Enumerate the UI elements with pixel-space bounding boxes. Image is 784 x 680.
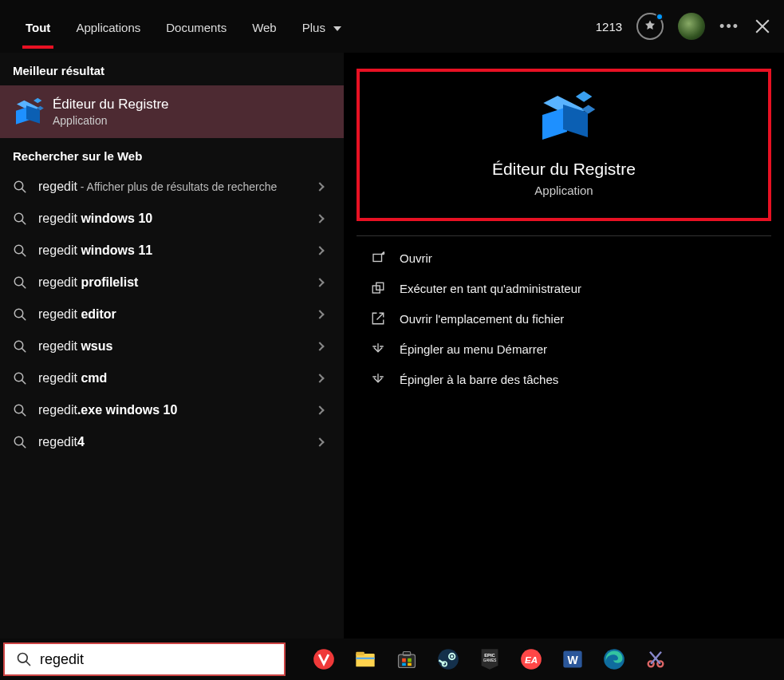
preview-action-item[interactable]: Épingler au menu Démarrer xyxy=(357,334,771,364)
regedit-icon xyxy=(13,97,41,126)
tab-more[interactable]: Plus xyxy=(290,5,354,49)
best-result-header: Meilleur résultat xyxy=(0,53,344,85)
close-button[interactable] xyxy=(754,18,771,35)
svg-line-17 xyxy=(22,444,26,448)
search-icon xyxy=(13,403,27,417)
taskbar-word-icon[interactable]: W xyxy=(560,646,585,672)
web-result-item[interactable]: regedit profilelist xyxy=(0,267,344,298)
web-result-item[interactable]: regedit - Afficher plus de résultats de … xyxy=(0,171,344,203)
preview-card-highlighted: Éditeur du Registre Application xyxy=(357,69,771,221)
action-list: OuvrirExécuter en tant qu'administrateur… xyxy=(357,243,771,394)
action-icon xyxy=(371,281,385,295)
svg-line-11 xyxy=(22,348,26,352)
divider xyxy=(357,235,771,236)
action-label: Exécuter en tant qu'administrateur xyxy=(400,282,581,295)
svg-line-1 xyxy=(22,188,26,192)
tab-web[interactable]: Web xyxy=(239,5,290,49)
chevron-right-icon xyxy=(315,437,324,446)
taskbar-msstore-icon[interactable] xyxy=(394,646,420,672)
svg-rect-31 xyxy=(402,663,406,666)
web-result-item[interactable]: regedit.exe windows 10 xyxy=(0,394,344,426)
taskbar-explorer-icon[interactable] xyxy=(353,646,378,672)
notification-dot-icon xyxy=(656,13,664,21)
web-results-header: Rechercher sur le Web xyxy=(0,138,344,171)
search-icon xyxy=(13,180,27,194)
search-icon xyxy=(13,339,27,354)
web-result-item[interactable]: regedit cmd xyxy=(0,362,344,394)
taskbar-snip-icon[interactable] xyxy=(643,646,668,672)
action-label: Ouvrir l'emplacement du fichier xyxy=(400,312,564,326)
preview-subtitle: Application xyxy=(368,184,760,197)
chevron-right-icon xyxy=(315,405,324,414)
svg-line-13 xyxy=(22,380,26,384)
tab-documents[interactable]: Documents xyxy=(153,5,239,49)
chevron-right-icon xyxy=(315,310,324,318)
search-icon xyxy=(13,243,27,258)
taskbar-edge-icon[interactable] xyxy=(601,646,627,672)
top-bar: Tout Applications Documents Web Plus 121… xyxy=(0,0,784,53)
rewards-medal-icon[interactable] xyxy=(636,13,664,40)
search-icon xyxy=(13,371,27,385)
action-icon xyxy=(371,342,385,356)
svg-line-5 xyxy=(22,252,26,256)
preview-action-item[interactable]: Ouvrir xyxy=(357,243,771,273)
svg-rect-24 xyxy=(356,654,374,666)
chevron-right-icon xyxy=(315,246,324,255)
search-icon xyxy=(13,307,27,322)
best-result-item[interactable]: Éditeur du Registre Application xyxy=(0,85,344,138)
svg-text:EA: EA xyxy=(525,654,538,665)
web-result-item[interactable]: regedit windows 11 xyxy=(0,235,344,267)
action-label: Épingler à la barre des tâches xyxy=(400,373,558,386)
main-content: Meilleur résultat Éditeur du Registre Ap… xyxy=(0,53,784,638)
svg-line-3 xyxy=(22,220,26,224)
web-result-text: regedit - Afficher plus de résultats de … xyxy=(38,180,305,194)
svg-rect-29 xyxy=(402,658,406,662)
web-result-item[interactable]: regedit wsus xyxy=(0,330,344,362)
web-result-text: regedit editor xyxy=(38,307,305,322)
chevron-down-icon xyxy=(333,26,341,31)
action-icon xyxy=(371,372,385,386)
preview-action-item[interactable]: Exécuter en tant qu'administrateur xyxy=(357,273,771,303)
action-label: Ouvrir xyxy=(400,251,432,265)
search-input[interactable] xyxy=(40,651,273,668)
taskbar-app-icons: EPICGAMES EA W xyxy=(311,646,668,672)
svg-line-9 xyxy=(22,316,26,320)
preview-action-item[interactable]: Ouvrir l'emplacement du fichier xyxy=(357,303,771,334)
web-result-text: regedit wsus xyxy=(38,339,305,354)
svg-rect-32 xyxy=(408,663,412,666)
web-result-text: regedit windows 10 xyxy=(38,212,305,226)
svg-line-22 xyxy=(26,662,30,666)
svg-line-15 xyxy=(22,412,26,416)
svg-rect-18 xyxy=(373,255,382,262)
preview-action-item[interactable]: Épingler à la barre des tâches xyxy=(357,364,771,394)
chevron-right-icon xyxy=(315,342,324,350)
top-right-controls: 1213 ••• xyxy=(596,13,771,40)
web-result-item[interactable]: regedit editor xyxy=(0,298,344,330)
regedit-large-icon xyxy=(537,89,591,144)
web-result-text: regedit windows 11 xyxy=(38,243,305,258)
taskbar-ea-icon[interactable]: EA xyxy=(518,646,544,672)
web-result-item[interactable]: regedit4 xyxy=(0,426,344,458)
taskbar-search-box[interactable] xyxy=(3,642,286,676)
search-icon xyxy=(13,212,27,226)
taskbar-steam-icon[interactable] xyxy=(435,646,461,672)
web-result-item[interactable]: regedit windows 10 xyxy=(0,203,344,235)
tab-more-label: Plus xyxy=(302,21,325,34)
tab-applications[interactable]: Applications xyxy=(63,5,153,49)
best-result-subtitle: Application xyxy=(53,114,169,127)
rewards-points[interactable]: 1213 xyxy=(596,20,622,34)
taskbar-epic-icon[interactable]: EPICGAMES xyxy=(477,646,502,672)
taskbar: EPICGAMES EA W xyxy=(0,638,784,680)
preview-column: Éditeur du Registre Application OuvrirEx… xyxy=(344,53,784,638)
search-icon xyxy=(16,651,32,667)
svg-rect-26 xyxy=(356,658,374,659)
chevron-right-icon xyxy=(315,374,324,382)
web-result-text: regedit profilelist xyxy=(38,275,305,290)
web-result-text: regedit4 xyxy=(38,435,305,449)
user-avatar[interactable] xyxy=(678,13,705,40)
web-result-text: regedit.exe windows 10 xyxy=(38,403,305,417)
taskbar-vivaldi-icon[interactable] xyxy=(311,646,337,672)
search-scope-tabs: Tout Applications Documents Web Plus xyxy=(13,5,354,49)
more-options-button[interactable]: ••• xyxy=(719,18,739,35)
tab-all[interactable]: Tout xyxy=(13,5,63,49)
